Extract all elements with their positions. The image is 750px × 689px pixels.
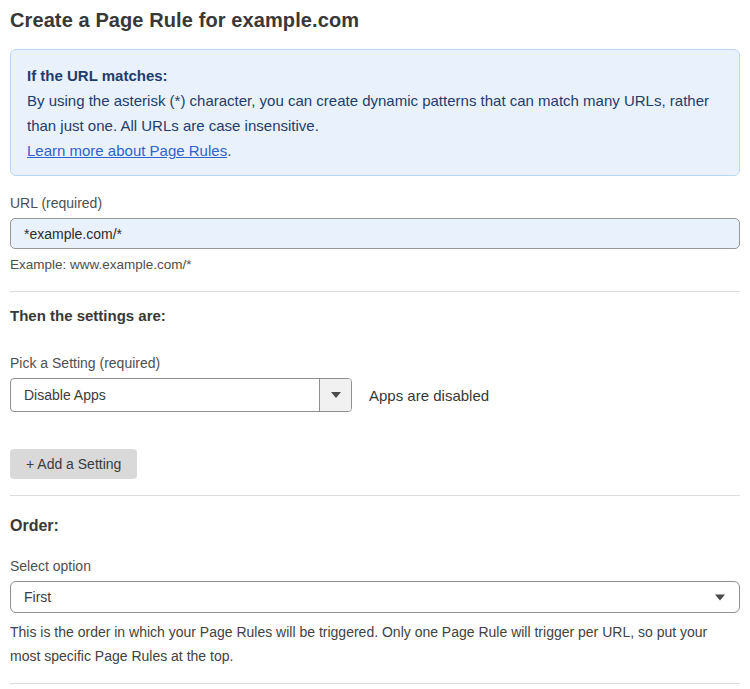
order-helper-text: This is the order in which your Page Rul… — [10, 620, 740, 668]
setting-select-arrow-button[interactable] — [319, 379, 351, 411]
learn-more-link[interactable]: Learn more about Page Rules — [27, 142, 227, 159]
caret-down-icon — [331, 392, 341, 398]
url-match-info-box: If the URL matches: By using the asteris… — [10, 49, 740, 176]
order-select-label: Select option — [10, 558, 740, 574]
setting-row: Disable Apps Apps are disabled — [10, 378, 740, 412]
url-input[interactable] — [10, 218, 740, 249]
setting-status-text: Apps are disabled — [369, 387, 489, 404]
setting-select-value: Disable Apps — [11, 379, 319, 411]
page-title: Create a Page Rule for example.com — [10, 9, 740, 32]
caret-down-icon — [715, 595, 725, 601]
add-setting-button[interactable]: + Add a Setting — [10, 449, 137, 479]
divider — [10, 683, 740, 684]
divider — [10, 495, 740, 496]
link-period: . — [227, 142, 231, 159]
order-select[interactable]: First — [10, 581, 740, 613]
info-box-link-line: Learn more about Page Rules. — [27, 138, 723, 163]
url-field-label: URL (required) — [10, 195, 740, 211]
info-box-body: By using the asterisk (*) character, you… — [27, 88, 723, 138]
settings-section-heading: Then the settings are: — [10, 307, 740, 324]
pick-setting-label: Pick a Setting (required) — [10, 355, 740, 371]
url-example-helper: Example: www.example.com/* — [10, 257, 740, 272]
order-section-heading: Order: — [10, 517, 740, 535]
order-select-value: First — [24, 589, 51, 605]
setting-select[interactable]: Disable Apps — [10, 378, 352, 412]
info-box-heading: If the URL matches: — [27, 63, 723, 88]
divider — [10, 291, 740, 292]
